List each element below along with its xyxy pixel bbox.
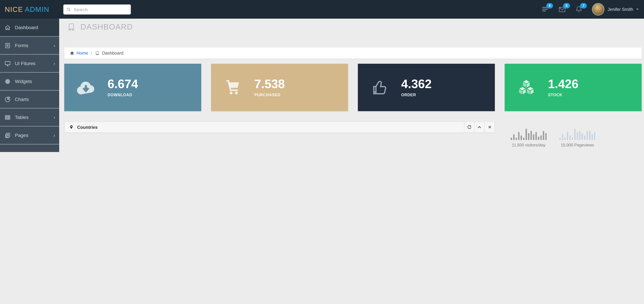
sidebar-item-label: Pages (15, 132, 28, 138)
breadcrumb-separator: / (91, 51, 92, 56)
stat-card-download: 6.674 DOWNLOAD (64, 64, 201, 111)
breadcrumb-current: Dashboard (95, 51, 124, 56)
pageviews-bar-chart (554, 129, 601, 140)
chevron-right-icon: › (54, 114, 55, 120)
chevron-right-icon: › (54, 132, 55, 138)
cubes-icon (516, 78, 537, 97)
collapse-button[interactable] (474, 122, 484, 132)
pages-icon (4, 132, 11, 138)
page-head: DASHBOARD (66, 22, 133, 32)
nice-admin-dashboard: NICEADMIN 6 5 7 Jenifer Smith (0, 0, 644, 152)
close-button[interactable] (484, 122, 494, 132)
map-pin-icon (69, 124, 74, 130)
navbar-right: 6 5 7 Jenifer Smith (541, 0, 639, 19)
breadcrumb-home-label[interactable]: Home (76, 51, 88, 56)
user-name[interactable]: Jenifer Smith (608, 7, 633, 12)
refresh-button[interactable] (464, 122, 474, 132)
file-text-icon (4, 42, 11, 49)
stat-card-stock: 1.426 STOCK (505, 64, 642, 111)
shopping-cart-icon (223, 78, 242, 97)
chevron-right-icon: › (54, 61, 55, 66)
close-icon (488, 125, 492, 129)
sidebar-item-label: Charts (15, 97, 29, 102)
tasks-badge: 6 (546, 3, 553, 8)
brand-logo[interactable]: NICEADMIN (5, 0, 50, 19)
sidebar-item-label: UI Fitures (15, 61, 35, 66)
sidebar-item-label: Tables (15, 114, 28, 120)
sidebar-item-ui-fitures[interactable]: UI Fitures › (0, 55, 59, 73)
caret-down-icon[interactable] (636, 8, 639, 11)
brand-first: NICE (5, 6, 23, 13)
messages-button[interactable]: 5 (558, 5, 566, 13)
sidebar-item-label: Widgets (15, 79, 32, 84)
sidebar-item-label: Dashboard (15, 25, 38, 30)
panel-title: Countries (77, 124, 98, 130)
stat-label: PURCHASED (254, 93, 285, 97)
messages-badge: 5 (563, 3, 570, 8)
stat-value: 4.362 (401, 78, 432, 90)
sparkline-label: 11,500 visitors/day (505, 143, 552, 147)
countries-panel-header: Countries (64, 121, 495, 133)
search-icon (66, 7, 71, 12)
monitor-icon (4, 60, 11, 67)
atom-icon (4, 78, 11, 85)
home-icon (70, 51, 74, 55)
stat-label: STOCK (548, 93, 578, 97)
avatar[interactable] (592, 3, 604, 16)
stat-label: DOWNLOAD (108, 93, 138, 97)
stat-value: 7.538 (254, 78, 285, 90)
sidebar-item-widgets[interactable]: Widgets (0, 73, 59, 90)
brand-second: ADMIN (25, 6, 49, 13)
stat-value: 1.426 (548, 78, 578, 90)
page-title: DASHBOARD (80, 22, 133, 32)
sidebar-item-tables[interactable]: Tables › (0, 108, 59, 126)
tasks-button[interactable]: 6 (541, 5, 549, 13)
sidebar-item-pages[interactable]: Pages › (0, 126, 59, 144)
stat-card-order: 4.362 ORDER (358, 64, 495, 111)
breadcrumb-home[interactable]: Home (70, 51, 88, 56)
home-icon (4, 24, 11, 31)
laptop-icon (95, 51, 100, 55)
pie-chart-icon (4, 96, 11, 102)
sparkline-visitors-day: 11,500 visitors/day (505, 129, 552, 147)
panel-buttons (464, 122, 494, 132)
visitors-day-bar-chart (505, 129, 552, 140)
stat-label: ORDER (401, 93, 432, 97)
notifications-badge: 7 (580, 3, 587, 8)
sidebar-item-forms[interactable]: Forms › (0, 37, 59, 55)
top-navbar: NICEADMIN 6 5 7 Jenifer Smith (0, 0, 644, 19)
stat-card-purchased: 7.538 PURCHASED (211, 64, 348, 111)
sidebar: Dashboard Forms › UI Fitures › Widgets C… (0, 19, 59, 152)
breadcrumb: Home / Dashboard (64, 47, 642, 59)
stat-value: 6.674 (108, 78, 138, 90)
laptop-icon (66, 23, 76, 31)
refresh-icon (467, 125, 472, 129)
sidebar-item-label: Forms (15, 43, 28, 48)
collapse-icon (477, 125, 482, 129)
thumbs-up-icon (370, 78, 389, 97)
sparkline-pageviews: 15,000 Pageviews (554, 129, 601, 147)
sparkline-label: 15,000 Pageviews (554, 143, 601, 147)
chevron-right-icon: › (54, 43, 55, 48)
table-icon (4, 114, 11, 120)
notifications-button[interactable]: 7 (575, 5, 583, 13)
search-box[interactable] (63, 5, 131, 15)
breadcrumb-current-label: Dashboard (102, 51, 124, 56)
sidebar-item-dashboard[interactable]: Dashboard (0, 19, 59, 37)
cloud-download-icon (75, 78, 97, 97)
search-input[interactable] (73, 7, 125, 12)
sidebar-item-charts[interactable]: Charts (0, 90, 59, 108)
